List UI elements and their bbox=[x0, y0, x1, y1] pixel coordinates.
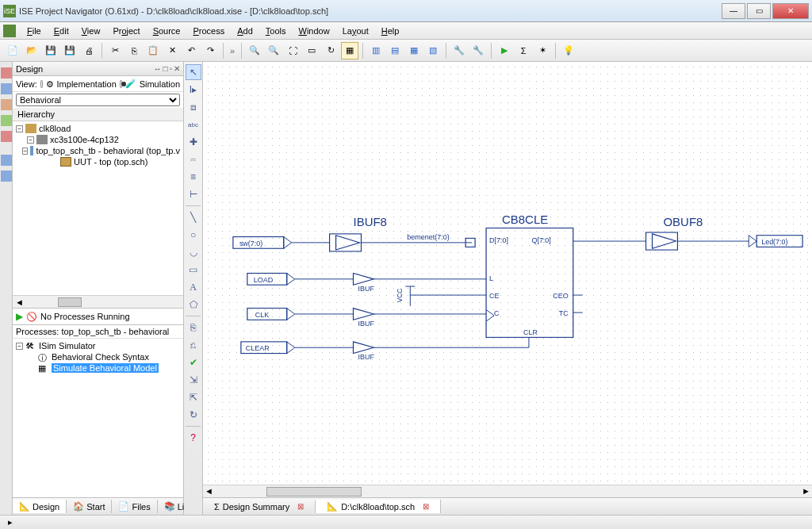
panel-pin-icon[interactable]: ↔ bbox=[153, 64, 161, 73]
vtool-net[interactable]: ⎓ bbox=[186, 151, 201, 167]
zoom-fit-button[interactable]: ⛶ bbox=[284, 42, 301, 59]
tab-start[interactable]: 🏠Start bbox=[67, 500, 112, 513]
sidebar-icon-5[interactable] bbox=[1, 131, 12, 142]
panel-float-icon[interactable]: □ bbox=[163, 64, 167, 73]
tree-toggle-icon[interactable]: − bbox=[22, 148, 28, 155]
sidebar-icon-7[interactable] bbox=[1, 171, 12, 182]
tree-root[interactable]: − clk8load bbox=[16, 123, 180, 134]
panel-max-icon[interactable]: ▫ bbox=[169, 64, 172, 73]
implementation-radio[interactable] bbox=[40, 80, 43, 88]
proc-simulate[interactable]: ▦ Simulate Behavioral Model bbox=[16, 362, 180, 374]
menu-edit[interactable]: Edit bbox=[48, 25, 75, 37]
close-icon[interactable]: ⊠ bbox=[297, 502, 304, 511]
vtool-arc[interactable]: ◡ bbox=[186, 244, 201, 260]
tree-toggle-icon[interactable]: − bbox=[16, 125, 23, 132]
vtool-circle[interactable]: ○ bbox=[186, 227, 201, 243]
cut-button[interactable]: ✂ bbox=[106, 42, 124, 59]
minimize-button[interactable]: — bbox=[722, 3, 745, 19]
behavioral-select[interactable]: Behavioral bbox=[16, 94, 180, 106]
vtool-poly[interactable]: ⬠ bbox=[186, 297, 201, 312]
zoom-in-button[interactable]: 🔍 bbox=[246, 42, 263, 59]
canvas-hscroll[interactable]: ◄ ► bbox=[203, 485, 812, 497]
impl-button[interactable]: Σ bbox=[515, 42, 532, 59]
sidebar-icon-1[interactable] bbox=[1, 67, 12, 79]
vtool-misc1[interactable]: ⎘ bbox=[186, 320, 201, 335]
undo-button[interactable]: ↶ bbox=[182, 42, 200, 59]
save-button[interactable]: 💾 bbox=[42, 42, 59, 59]
schematic-canvas[interactable]: IBUF8 sw(7:0) bemenet(7:0) CB8CLE bbox=[203, 62, 812, 485]
close-icon[interactable]: ⊠ bbox=[423, 502, 429, 511]
vtool-rect[interactable]: ▭ bbox=[186, 262, 201, 278]
layout1-button[interactable]: ▥ bbox=[367, 42, 385, 59]
sidebar-icon-3[interactable] bbox=[1, 99, 12, 110]
behavioral-dropdown[interactable]: Behavioral bbox=[16, 94, 180, 106]
vtool-misc3[interactable]: ✔ bbox=[186, 355, 201, 370]
close-button[interactable]: ✕ bbox=[772, 3, 809, 19]
vtool-help[interactable]: ? bbox=[186, 430, 201, 446]
menu-add[interactable]: Add bbox=[231, 25, 259, 37]
wrench-button[interactable]: 🔧 bbox=[450, 42, 468, 59]
sidebar-icon-2[interactable] bbox=[1, 83, 12, 94]
menu-view[interactable]: View bbox=[75, 25, 107, 37]
vtool-misc6[interactable]: ↻ bbox=[186, 407, 201, 423]
menu-process[interactable]: Process bbox=[187, 25, 232, 37]
delete-button[interactable]: ✕ bbox=[163, 42, 181, 59]
menu-window[interactable]: Window bbox=[293, 25, 336, 37]
vtool-text[interactable]: A bbox=[186, 279, 201, 295]
panel-close-icon[interactable]: ✕ bbox=[174, 64, 180, 73]
menu-layout[interactable]: Layout bbox=[336, 25, 375, 37]
zoom-area-button[interactable]: ▭ bbox=[303, 42, 320, 59]
vtool-abc[interactable]: abc bbox=[186, 117, 201, 132]
processes-tree[interactable]: − 🛠 ISim Simulator ⓘ Behavioral Check Sy… bbox=[13, 339, 183, 497]
proc-sim-group[interactable]: − 🛠 ISim Simulator bbox=[16, 340, 180, 351]
copy-button[interactable]: ⎘ bbox=[125, 42, 143, 59]
menu-project[interactable]: Project bbox=[106, 25, 146, 37]
rocket-button[interactable]: ✶ bbox=[534, 42, 551, 59]
vtool-bus[interactable]: ≡ bbox=[186, 169, 201, 185]
sidebar-icon-6[interactable] bbox=[1, 155, 12, 166]
vtool-misc5[interactable]: ⇱ bbox=[186, 389, 201, 405]
vtool-misc2[interactable]: ⎌ bbox=[186, 337, 201, 353]
redo-button[interactable]: ↷ bbox=[201, 42, 219, 59]
print-button[interactable]: 🖨 bbox=[80, 42, 98, 59]
tab-design[interactable]: 📐Design bbox=[13, 500, 67, 513]
sidebar-icon-4[interactable] bbox=[1, 115, 12, 126]
tab-files[interactable]: 📄Files bbox=[112, 500, 157, 513]
tree-testbench[interactable]: − top_top_sch_tb - behavioral (top_tp.v bbox=[16, 145, 180, 156]
new-button[interactable]: 📄 bbox=[4, 42, 21, 59]
doc-tab-schematic[interactable]: 📐 D:\clk8load\top.sch ⊠ bbox=[316, 500, 441, 513]
vtool-plus[interactable]: ✚ bbox=[186, 134, 201, 150]
menu-tools[interactable]: Tools bbox=[259, 25, 293, 37]
paste-button[interactable]: 📋 bbox=[144, 42, 162, 59]
vtool-rename[interactable]: I▸ bbox=[186, 82, 201, 98]
vtool-line[interactable]: ╲ bbox=[186, 209, 201, 225]
tree-device[interactable]: − xc3s100e-4cp132 bbox=[16, 134, 180, 145]
menu-source[interactable]: Source bbox=[147, 25, 187, 37]
open-button[interactable]: 📂 bbox=[23, 42, 40, 59]
hierarchy-tree[interactable]: − clk8load − xc3s100e-4cp132 − top_top_s… bbox=[13, 121, 183, 295]
menu-help[interactable]: Help bbox=[375, 25, 406, 37]
grid-button[interactable]: ▦ bbox=[341, 42, 358, 59]
simulation-radio[interactable] bbox=[120, 80, 122, 88]
hscroll-thumb[interactable] bbox=[266, 487, 362, 496]
maximize-button[interactable]: ▭ bbox=[747, 3, 771, 19]
vtool-pointer[interactable]: ↖ bbox=[186, 64, 201, 80]
layout3-button[interactable]: ▦ bbox=[405, 42, 423, 59]
zoom-out-button[interactable]: 🔍 bbox=[265, 42, 282, 59]
vtool-add-symbol[interactable]: ⧈ bbox=[186, 99, 201, 115]
hierarchy-hscroll[interactable]: ◄ bbox=[13, 295, 183, 308]
layout2-button[interactable]: ▤ bbox=[386, 42, 404, 59]
doc-tab-summary[interactable]: Σ Design Summary ⊠ bbox=[203, 500, 316, 513]
run-button[interactable]: ▶ bbox=[496, 42, 513, 59]
toolbar-overflow[interactable]: » bbox=[227, 46, 238, 56]
menu-file[interactable]: File bbox=[21, 25, 48, 37]
wrench2-button[interactable]: 🔧 bbox=[469, 42, 487, 59]
proc-check-syntax[interactable]: ⓘ Behavioral Check Syntax bbox=[16, 351, 180, 362]
tree-uut[interactable]: UUT - top (top.sch) bbox=[16, 156, 180, 167]
hint-button[interactable]: 💡 bbox=[560, 42, 577, 59]
layout4-button[interactable]: ▧ bbox=[424, 42, 442, 59]
saveall-button[interactable]: 💾 bbox=[61, 42, 79, 59]
vtool-misc4[interactable]: ⇲ bbox=[186, 372, 201, 388]
tree-toggle-icon[interactable]: − bbox=[27, 136, 34, 144]
refresh-button[interactable]: ↻ bbox=[322, 42, 339, 59]
